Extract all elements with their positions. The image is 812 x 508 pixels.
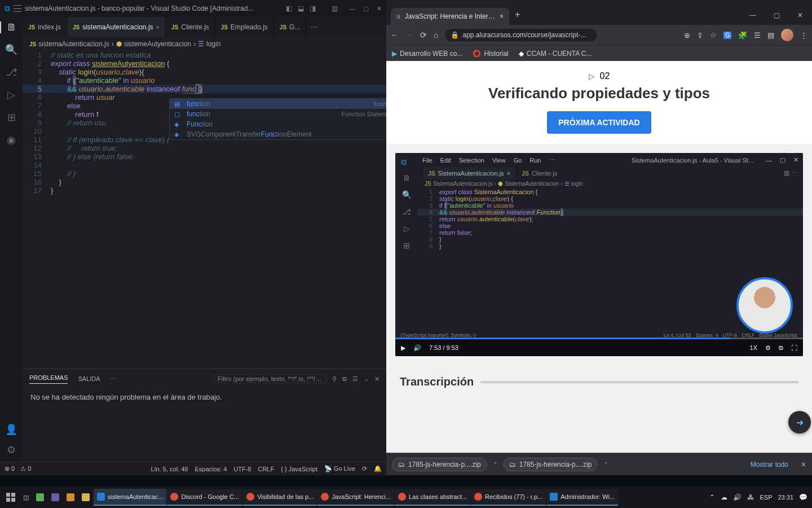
status-spaces[interactable]: Espacios: 4 bbox=[195, 466, 227, 472]
taskbar-discord[interactable]: Discord - Google C... bbox=[167, 489, 242, 506]
video-player[interactable]: ⧉ 🗎 🔍 ⎇ ▷ ⊞ FileEdit SelectionView GoRun… bbox=[395, 153, 803, 356]
floating-action-button[interactable]: ➜ bbox=[788, 411, 811, 433]
gear-icon[interactable]: ⚙ bbox=[765, 344, 771, 352]
status-sync-icon[interactable]: ⟳ bbox=[362, 465, 367, 472]
url-input[interactable]: 🔒 app.aluracursos.com/course/javascript-… bbox=[445, 29, 597, 41]
status-lang[interactable]: { } JavaScript bbox=[281, 466, 317, 472]
source-control-icon[interactable]: ⎇ bbox=[6, 66, 17, 78]
start-button[interactable] bbox=[2, 489, 19, 506]
close-icon[interactable]: ✕ bbox=[788, 6, 812, 25]
status-encoding[interactable]: UTF-8 bbox=[233, 466, 251, 472]
taskview-icon[interactable]: ◫ bbox=[20, 489, 32, 506]
autocomplete-item[interactable]: ◈Function bbox=[170, 119, 386, 129]
gear-icon[interactable]: ⚙ bbox=[7, 444, 16, 456]
tab-overflow[interactable]: JSG... bbox=[274, 17, 307, 37]
vscode-titlebar[interactable]: ⧉ sistemaAutenticacion.js - banco-popula… bbox=[0, 0, 386, 17]
translate-icon[interactable]: G bbox=[723, 32, 731, 39]
breadcrumbs[interactable]: JS sistemaAutenticacion.js› ⬢sistemeAuty… bbox=[23, 37, 386, 51]
chevron-up-icon[interactable]: ⌃ bbox=[603, 461, 608, 467]
panel-left-icon[interactable]: ◧ bbox=[286, 5, 292, 12]
status-line-col[interactable]: Lín. 5, col. 48 bbox=[151, 466, 188, 472]
close-bar-icon[interactable]: ✕ bbox=[801, 461, 806, 468]
forward-icon[interactable]: → bbox=[405, 30, 413, 40]
extensions-icon[interactable]: 🧩 bbox=[738, 31, 747, 40]
tab-index[interactable]: JSindex.js bbox=[23, 17, 67, 37]
file-explorer-icon[interactable] bbox=[78, 489, 93, 506]
autocomplete-item[interactable]: ◈SVGComponentTransferFunctionElement bbox=[170, 129, 386, 139]
tray-volume-icon[interactable]: 🔊 bbox=[733, 493, 742, 501]
panel-bottom-icon[interactable]: ⬓ bbox=[298, 5, 304, 12]
dots-icon[interactable]: ⋯ bbox=[111, 375, 117, 383]
bookmark-ccam[interactable]: ◆CCAM - CUENTA C... bbox=[519, 50, 592, 58]
zoom-icon[interactable]: ⊕ bbox=[684, 31, 690, 40]
taskbar-vscode[interactable]: sistemaAutenticac... bbox=[94, 489, 166, 506]
share-icon[interactable]: ⇪ bbox=[697, 31, 703, 40]
tray-clock[interactable]: 23:31 bbox=[778, 494, 793, 501]
tab-empleado[interactable]: JSEmpleado.js bbox=[215, 17, 274, 37]
layout-icons[interactable]: ◧ ⬓ ◨ ▥ bbox=[286, 5, 338, 12]
chevron-up-icon[interactable]: ⌃ bbox=[493, 461, 497, 467]
tab-cliente[interactable]: JSCliente.js bbox=[166, 17, 215, 37]
play-icon[interactable]: ▶ bbox=[401, 344, 405, 352]
profile-avatar[interactable] bbox=[781, 29, 793, 41]
status-eol[interactable]: CRLF bbox=[258, 466, 274, 472]
status-golive[interactable]: 📡 Go Live bbox=[324, 465, 355, 472]
run-debug-icon[interactable]: ▷ bbox=[7, 89, 15, 101]
taskbar-chrome[interactable]: JavaScript: Herenci... bbox=[317, 489, 394, 506]
pip-icon[interactable]: ⧉ bbox=[779, 344, 783, 352]
maximize-icon[interactable]: ▢ bbox=[765, 6, 788, 25]
minimize-icon[interactable]: — bbox=[741, 6, 765, 25]
bookmark-historial[interactable]: ⭕Historial bbox=[473, 50, 508, 58]
show-all-link[interactable]: Mostrar todo bbox=[751, 461, 788, 468]
menu-icon[interactable]: ⋮ bbox=[800, 31, 807, 40]
close-icon[interactable]: ✕ bbox=[377, 5, 382, 12]
reading-list-icon[interactable]: ☰ bbox=[754, 31, 761, 40]
status-bell-icon[interactable]: 🔔 bbox=[374, 465, 382, 472]
tray-notifications-icon[interactable]: 💬 bbox=[799, 493, 807, 501]
reload-icon[interactable]: ⟳ bbox=[420, 30, 427, 40]
star-icon[interactable]: ☆ bbox=[710, 31, 717, 40]
pinned-app[interactable] bbox=[63, 489, 78, 506]
autocomplete-item[interactable]: ▤functionfunction bbox=[170, 99, 386, 109]
account-icon[interactable]: 👤 bbox=[5, 423, 17, 436]
filter-icon[interactable]: ⚲ bbox=[332, 375, 337, 383]
browser-tab[interactable]: a JavaScript: Herencia e Interfaces e × bbox=[391, 8, 509, 25]
list-icon[interactable]: ☰ bbox=[352, 375, 358, 383]
pinned-app[interactable] bbox=[48, 489, 63, 506]
chevron-down-icon[interactable]: ⌄ bbox=[364, 375, 369, 383]
collapse-icon[interactable]: ⧉ bbox=[342, 375, 347, 383]
close-tab-icon[interactable]: × bbox=[500, 12, 504, 20]
pinned-app[interactable] bbox=[33, 489, 47, 506]
tab-problemas[interactable]: PROBLEMAS bbox=[29, 374, 68, 384]
fullscreen-icon[interactable]: ⛶ bbox=[791, 344, 797, 351]
tab-salida[interactable]: SALIDA bbox=[78, 375, 100, 382]
live-share-icon[interactable]: ◉ bbox=[7, 134, 16, 146]
new-tab-icon[interactable]: + bbox=[509, 10, 526, 20]
taskbar-chrome[interactable]: Visibilidad de las p... bbox=[243, 489, 317, 506]
status-warnings[interactable]: ⚠ 0 bbox=[20, 465, 31, 472]
bookmark-desarrollo[interactable]: ▶Desarrollo WEB co... bbox=[392, 50, 462, 58]
tray-language[interactable]: ESP bbox=[760, 494, 772, 501]
tray-chevron-up-icon[interactable]: ⌃ bbox=[709, 493, 715, 501]
tray-network-icon[interactable]: 🖧 bbox=[747, 493, 754, 501]
speed-toggle[interactable]: 1X bbox=[750, 344, 757, 351]
taskbar-chrome[interactable]: Recibidos (77) - r.p... bbox=[471, 489, 546, 506]
code-editor[interactable]: 1// static es una funcion estatica 2expo… bbox=[23, 51, 386, 369]
panel-right-icon[interactable]: ◨ bbox=[310, 5, 316, 12]
taskbar-admin[interactable]: Administrador: Wi... bbox=[546, 489, 618, 506]
tray-onedrive-icon[interactable]: ☁ bbox=[721, 493, 727, 501]
side-panel-icon[interactable]: ▤ bbox=[767, 31, 774, 40]
next-activity-button[interactable]: PRÓXIMA ACTIVIDAD bbox=[547, 111, 651, 134]
explorer-icon[interactable]: 🗎 bbox=[0, 21, 23, 33]
volume-icon[interactable]: 🔊 bbox=[413, 344, 421, 352]
customize-layout-icon[interactable]: ▥ bbox=[332, 5, 338, 12]
download-item[interactable]: 🗂1785-js-herencia-p....zip bbox=[503, 458, 598, 471]
autocomplete-popup[interactable]: ▤functionfunction ▢functionFunction Stat… bbox=[169, 98, 386, 140]
close-tab-icon[interactable]: × bbox=[156, 24, 160, 30]
back-icon[interactable]: ← bbox=[391, 30, 399, 40]
download-item[interactable]: 🗂1785-js-herencia-p....zip bbox=[392, 458, 487, 471]
tabs-overflow-icon[interactable]: ⋯ bbox=[306, 17, 322, 37]
autocomplete-item[interactable]: ▢functionFunction Statement bbox=[170, 109, 386, 119]
home-icon[interactable]: ⌂ bbox=[434, 30, 438, 40]
taskbar-chrome[interactable]: Las clases abstract... bbox=[395, 489, 470, 506]
